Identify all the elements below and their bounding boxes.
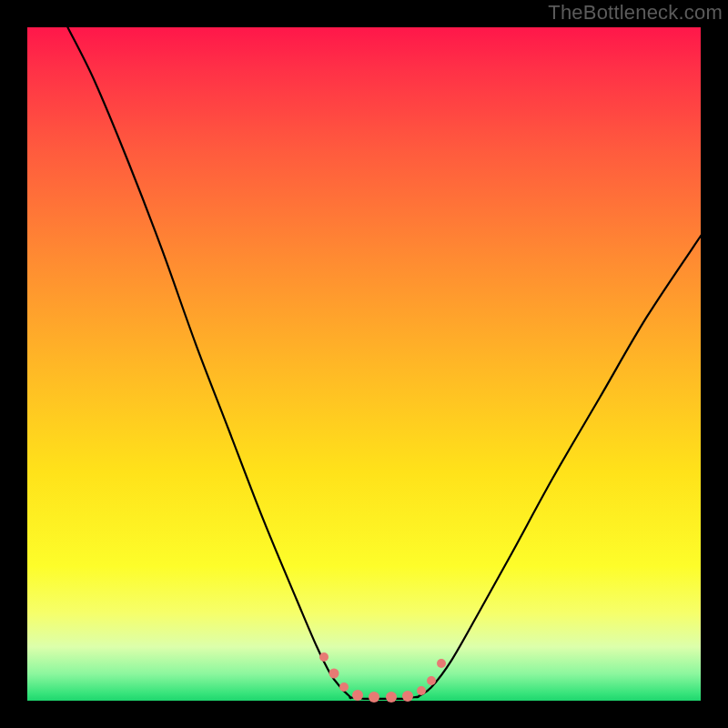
chart-frame: TheBottleneck.com [0, 0, 728, 728]
bottleneck-curve [67, 27, 701, 699]
watermark-label: TheBottleneck.com [548, 1, 723, 25]
plot-area [27, 27, 701, 701]
curve-svg [27, 27, 701, 701]
